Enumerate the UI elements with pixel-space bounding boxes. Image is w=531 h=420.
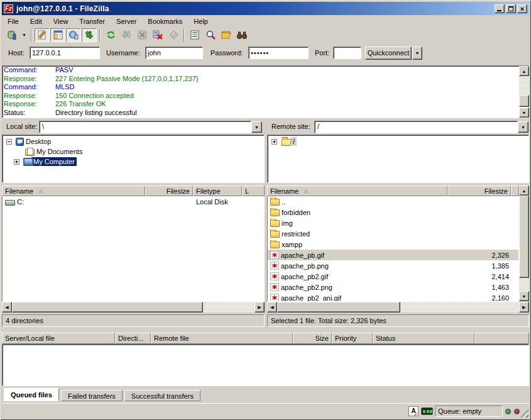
scroll-up-icon[interactable]: ▲ [519,66,529,76]
password-input[interactable] [248,47,309,59]
menu-server[interactable]: Server [111,16,142,26]
scroll-track[interactable] [519,278,529,291]
local-directory-tree[interactable]: Desktop My Documents My Computer [2,135,265,183]
column-status[interactable]: Status [373,333,474,344]
site-manager-button[interactable] [4,28,19,42]
reconnect-button[interactable] [166,28,181,42]
log-scrollbar[interactable]: ▲ ▼ [519,66,529,118]
column-filesize[interactable]: Filesize [145,185,193,196]
local-list-body[interactable]: C: Local Disk [2,196,265,302]
title-bar[interactable]: Fz john@127.0.0.1 - FileZilla × [2,2,529,15]
scroll-thumb[interactable] [277,302,400,312]
toggle-message-log-button[interactable] [35,28,50,42]
collapse-icon[interactable] [6,139,12,145]
scroll-down-icon[interactable]: ▼ [519,291,529,301]
tree-item-desktop[interactable]: Desktop [3,136,264,146]
chevron-down-icon[interactable]: ▼ [251,121,262,133]
menu-file[interactable]: File [2,16,25,26]
scroll-thumb[interactable] [519,196,529,278]
expand-icon[interactable] [14,159,19,165]
close-button[interactable]: × [517,4,527,13]
menu-edit[interactable]: Edit [25,16,48,26]
host-input[interactable] [30,47,100,59]
queue-body[interactable] [2,344,529,386]
data-type-indicator-icon[interactable]: A [408,406,419,416]
column-priority[interactable]: Priority [332,333,373,344]
tab-successful-transfers[interactable]: Successful transfers [124,390,200,401]
minimize-button[interactable] [495,4,505,13]
local-hscrollbar[interactable]: ◀ ▶ [2,302,265,312]
column-filename[interactable]: Filename [2,185,145,196]
file-row[interactable]: restricted [268,228,518,239]
file-row-selected[interactable]: apache_pb.gif 2,326 [268,250,518,260]
file-row[interactable]: apache_pb2.gif 2,414 [268,271,518,282]
resize-grip[interactable] [520,409,528,417]
expand-icon[interactable] [271,139,277,145]
menu-view[interactable]: View [48,16,74,26]
cancel-operation-button[interactable] [134,28,150,42]
site-manager-dropdown[interactable]: ▼ [20,28,28,42]
file-row-c-drive[interactable]: C: Local Disk [3,196,264,207]
remote-directory-tree[interactable]: / [267,135,529,183]
username-input[interactable] [145,47,203,59]
file-row[interactable]: img [268,218,518,228]
scroll-right-icon[interactable]: ▶ [255,302,265,312]
toggle-transfer-queue-button[interactable] [82,28,97,42]
scroll-left-icon[interactable]: ◀ [267,302,277,312]
port-input[interactable] [333,47,361,59]
tab-failed-transfers[interactable]: Failed transfers [61,390,123,401]
compare-directories-button[interactable] [203,28,218,42]
local-site-value[interactable]: \ [39,121,251,133]
column-remote-file[interactable]: Remote file [151,333,293,344]
file-row[interactable]: xampp [268,239,518,250]
file-row[interactable]: apache_pb2.png 1,463 [268,282,518,292]
column-filetype[interactable]: Filetype [193,185,242,196]
scroll-thumb[interactable] [12,302,203,312]
column-direction[interactable]: Directi... [115,333,151,344]
tab-queued-files[interactable]: Queued files [4,388,59,401]
synchronized-browsing-button[interactable] [219,28,234,42]
speed-limit-icon[interactable] [421,407,433,415]
scroll-up-icon[interactable]: ▲ [519,185,529,196]
remote-vscrollbar[interactable]: ▲ ▼ [519,185,529,302]
scroll-right-icon[interactable]: ▶ [519,302,529,312]
scroll-down-icon[interactable]: ▼ [519,108,529,118]
scroll-left-icon[interactable]: ◀ [2,302,12,312]
disconnect-button[interactable] [150,28,165,42]
local-site-combo[interactable]: \ ▼ [39,121,263,133]
maximize-button[interactable] [506,4,516,13]
scroll-track[interactable] [203,302,255,312]
remote-site-value[interactable]: / [314,121,518,133]
remote-list-body[interactable]: .. forbidden img restricted xampp apache… [267,196,519,302]
tree-item-my-computer[interactable]: My Computer [3,157,264,167]
chevron-down-icon[interactable]: ▼ [518,121,528,133]
process-queue-button[interactable] [119,28,134,42]
menu-transfer[interactable]: Transfer [74,16,111,26]
column-filesize[interactable]: Filesize [447,185,511,196]
file-row[interactable]: .. [268,196,518,207]
column-last-modified[interactable]: L [242,185,265,196]
tree-item-my-documents[interactable]: My Documents [3,146,264,157]
menu-help[interactable]: Help [188,16,214,26]
file-row[interactable]: apache_pb.png 1,385 [268,260,518,271]
file-search-button[interactable] [234,28,249,42]
tree-item-root[interactable]: / [268,136,528,146]
directory-listing-filters-button[interactable] [187,28,202,42]
message-log[interactable]: Command:PASV Response:227 Entering Passi… [2,65,529,118]
remote-hscrollbar[interactable]: ◀ ▶ [267,302,529,312]
scroll-thumb[interactable] [519,95,529,107]
column-server-local-file[interactable]: Server/Local file [2,333,115,344]
menu-bookmarks[interactable]: Bookmarks [142,16,188,26]
toggle-local-tree-button[interactable] [50,28,65,42]
scroll-track[interactable] [519,76,529,95]
scroll-track[interactable] [400,302,519,312]
column-filename[interactable]: Filename [267,185,447,196]
column-size[interactable]: Size [293,333,332,344]
remote-site-combo[interactable]: / ▼ [314,121,529,133]
quickconnect-dropdown[interactable]: ▼ [412,47,422,60]
file-row[interactable]: forbidden [268,207,518,218]
quickconnect-button[interactable]: Quickconnect [365,47,412,60]
toggle-remote-tree-button[interactable] [66,28,81,42]
refresh-button[interactable] [103,28,118,42]
file-row[interactable]: apache_pb2_ani.gif 2,160 [268,292,518,302]
